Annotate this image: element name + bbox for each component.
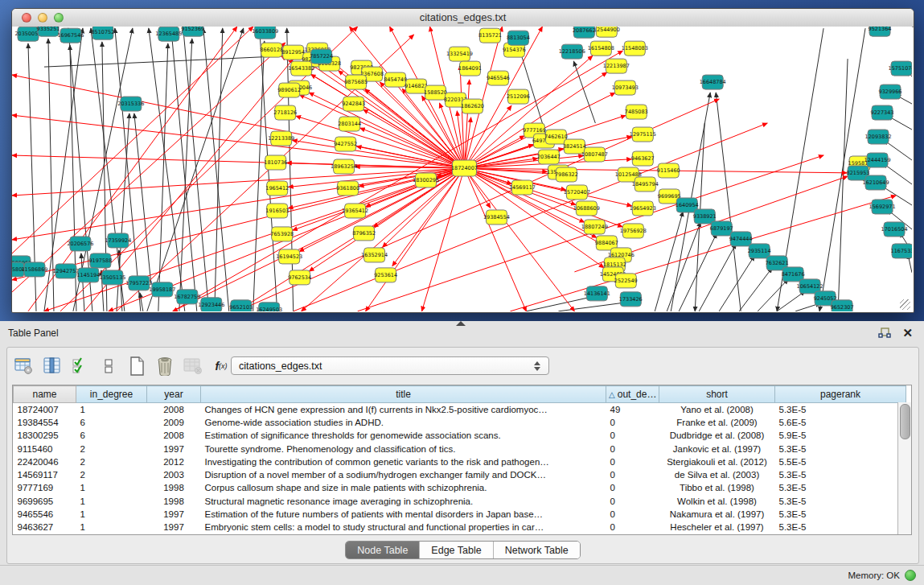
column-header-name[interactable]: name [14, 386, 76, 403]
network-node[interactable]: 13505135 [99, 270, 125, 285]
network-node[interactable]: 8813054 [507, 31, 530, 45]
network-node[interactable]: 20206576 [67, 237, 93, 251]
network-node[interactable]: 20315336 [117, 97, 144, 111]
network-node[interactable]: 11586869 [21, 262, 47, 277]
network-node[interactable]: 2087662 [573, 27, 596, 38]
network-node[interactable]: 9465546 [487, 71, 510, 85]
network-node[interactable]: 13325419 [446, 47, 473, 61]
network-node[interactable]: 9227343 [871, 105, 894, 120]
network-node[interactable]: 10688609 [573, 201, 600, 216]
trash-icon[interactable] [154, 356, 175, 377]
column-header-title[interactable]: title [201, 386, 606, 403]
tab-network-table[interactable]: Network Table [494, 542, 580, 558]
network-node[interactable]: 18495794 [632, 177, 659, 192]
table-selector-dropdown[interactable]: citations_edges.txt [231, 356, 549, 375]
network-node[interactable]: 9890612 [277, 83, 301, 97]
table-row[interactable]: 1938455462009Genome-wide association stu… [14, 416, 906, 429]
network-node[interactable]: 1965412 [265, 181, 289, 196]
network-node[interactable]: 16648784 [700, 75, 726, 89]
network-node[interactable]: 1167533 [891, 244, 912, 258]
function-icon[interactable]: f(x) [211, 356, 232, 377]
table-row[interactable]: 1456911722003Disruption of a novel membe… [14, 468, 906, 481]
network-node[interactable]: 2718126 [273, 105, 297, 120]
network-node[interactable]: 7857224 [310, 49, 333, 64]
network-node[interactable]: 8135721 [478, 28, 502, 43]
network-node[interactable]: 12942757 [52, 264, 79, 278]
network-node[interactable]: 9427552 [334, 137, 357, 151]
network-node[interactable]: 1864091 [458, 61, 482, 76]
table-row[interactable]: 977716911998Corpus callosum shape and si… [14, 481, 906, 494]
network-node[interactable]: 9242843 [342, 97, 365, 111]
network-node[interactable]: 12544900 [593, 27, 620, 37]
network-node[interactable]: 9361800 [336, 181, 359, 196]
network-node[interactable]: 9152369 [181, 27, 204, 36]
network-node[interactable]: 17359924 [105, 233, 131, 248]
network-node[interactable]: 8454749 [384, 72, 407, 87]
node-table[interactable]: namein_degreeyeartitle△out_de…shortpager… [12, 385, 912, 535]
network-node[interactable]: 1916503 [265, 204, 289, 218]
network-view[interactable]: 1872400786601288912954132260589827503818… [12, 27, 912, 311]
table-scrollbar[interactable] [897, 402, 911, 534]
table-row[interactable]: 946362711997Embryonic stem cells: a mode… [14, 521, 906, 534]
column-header-year[interactable]: year [147, 386, 201, 403]
checkmark-list-icon[interactable] [70, 356, 91, 377]
column-header-short[interactable]: short [659, 386, 775, 403]
network-node[interactable]: 19654923 [630, 201, 656, 216]
network-node[interactable]: 10807487 [581, 147, 608, 162]
network-node[interactable]: 9329966 [879, 84, 902, 99]
network-node[interactable]: 19365412 [342, 204, 368, 218]
network-node[interactable]: 17016504 [881, 222, 908, 237]
network-node[interactable]: 12923446 [198, 298, 224, 311]
table-settings-icon[interactable] [14, 356, 35, 377]
network-node[interactable]: 16543382 [288, 61, 314, 76]
window-titlebar[interactable]: citations_edges.txt [12, 9, 914, 27]
network-node[interactable]: 9463627 [631, 151, 655, 166]
table-row[interactable]: 1830029562008Estimation of significance … [14, 429, 906, 442]
network-node[interactable]: 6879197 [710, 221, 733, 236]
column-header-in_degree[interactable]: in_degree [76, 386, 147, 403]
network-node[interactable]: 2036447 [537, 150, 561, 164]
network-node[interactable]: 7485083 [625, 105, 648, 119]
network-node[interactable]: 16782759 [174, 290, 200, 304]
memory-ok-indicator[interactable] [905, 570, 916, 581]
network-node[interactable]: 12218506 [559, 44, 585, 59]
network-node[interactable]: 10973493 [612, 80, 639, 95]
network-node[interactable]: 12213987 [603, 59, 630, 73]
network-node[interactable]: 9652103 [229, 300, 253, 311]
column-header-out_de[interactable]: △out_de… [606, 386, 659, 403]
network-node[interactable]: 12975115 [630, 127, 656, 142]
network-node[interactable]: 9115460 [657, 163, 680, 178]
network-node[interactable]: 16033809 [252, 27, 278, 39]
network-node[interactable]: 16210649 [863, 175, 889, 190]
network-node[interactable]: 1810736 [264, 155, 287, 170]
network-node[interactable]: 14569117 [509, 180, 536, 195]
table-column-icon[interactable] [42, 356, 63, 377]
column-header-pagerank[interactable]: pagerank [775, 386, 906, 403]
network-node[interactable]: 8660128 [260, 43, 283, 57]
network-node[interactable]: 15751074 [889, 61, 912, 76]
network-node[interactable]: 18963254 [331, 159, 357, 174]
network-node[interactable]: 9762534 [288, 270, 311, 285]
network-node[interactable]: 1145194 [76, 268, 100, 282]
network-node[interactable]: 11548083 [622, 41, 648, 56]
tab-edge-table[interactable]: Edge Table [420, 542, 493, 558]
resize-grip-icon[interactable] [900, 299, 910, 310]
network-node[interactable]: 7653928 [270, 227, 294, 241]
network-node[interactable]: 16249503 [256, 303, 282, 311]
table-header-row[interactable]: namein_degreeyeartitle△out_de…shortpager… [14, 386, 906, 403]
network-node[interactable]: 12213389 [268, 131, 294, 146]
network-node[interactable]: 18724007 [451, 160, 478, 176]
network-node[interactable]: 1733426 [619, 292, 643, 307]
network-node[interactable]: 8510752 [91, 27, 114, 39]
network-node[interactable]: 16352914 [361, 248, 388, 262]
network-node[interactable]: 15720407 [564, 185, 590, 200]
new-file-icon[interactable] [126, 356, 147, 377]
network-node[interactable]: 16967546 [57, 28, 84, 43]
network-node[interactable]: 2512096 [507, 89, 530, 104]
network-node[interactable]: 19958187 [149, 282, 175, 297]
network-node[interactable]: 2935114 [748, 244, 771, 258]
tab-node-table[interactable]: Node Table [346, 542, 420, 558]
network-node[interactable]: 12365485 [155, 27, 182, 41]
table-row[interactable]: 2242004622012Investigating the contribut… [14, 455, 906, 468]
rows-icon[interactable] [98, 356, 119, 377]
